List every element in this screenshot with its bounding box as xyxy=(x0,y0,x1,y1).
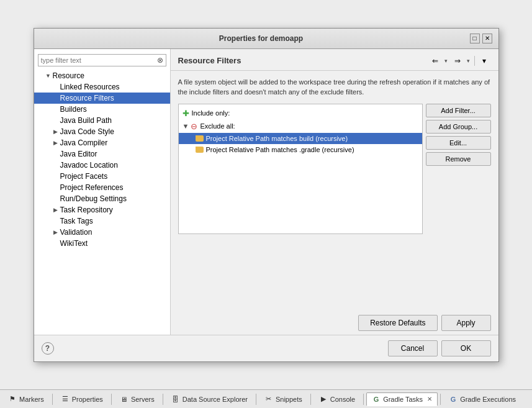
exclude-group-header[interactable]: ▼ ⊖ Exclude all: xyxy=(179,120,422,133)
footer-buttons: Cancel OK xyxy=(388,340,491,356)
panel-title: Resource Filters xyxy=(178,56,241,65)
properties-label: Properties xyxy=(72,396,103,403)
servers-icon: 🖥 xyxy=(120,395,128,404)
taskbar-div-4 xyxy=(256,394,256,405)
expand-arrow-resource: ▼ xyxy=(44,71,53,80)
sidebar-item-javadoc-location[interactable]: Javadoc Location xyxy=(34,160,170,171)
sidebar: ⊗ ▼ Resource Linked Resources Resource F… xyxy=(34,49,171,335)
taskbar: ⚑ Markers ☰ Properties 🖥 Servers 🗄 Data … xyxy=(0,389,532,408)
taskbar-div-5 xyxy=(310,394,311,405)
spacer-wiki xyxy=(52,239,60,248)
spacer-pr xyxy=(52,183,60,192)
sidebar-item-java-code-style[interactable]: ▶ Java Code Style xyxy=(34,126,170,137)
gradle-tasks-close-icon[interactable]: ✕ xyxy=(427,396,432,402)
nav-forward-dropdown[interactable]: ▾ xyxy=(466,54,472,68)
taskbar-div-2 xyxy=(111,394,112,405)
gradle-tasks-icon: G xyxy=(372,395,381,404)
markers-icon: ⚑ xyxy=(8,395,17,404)
add-group-button[interactable]: Add Group... xyxy=(426,120,491,134)
gradle-executions-icon: G xyxy=(449,395,458,404)
expand-arrow-tr: ▶ xyxy=(52,206,60,214)
spacer-rds xyxy=(52,194,60,203)
dialog-footer: ? Cancel OK xyxy=(34,335,498,361)
sidebar-item-resource-filters[interactable]: Resource Filters xyxy=(34,93,170,104)
exclude-triangle-icon: ▼ xyxy=(183,122,189,130)
sidebar-item-task-repository[interactable]: ▶ Task Repository xyxy=(34,204,170,215)
console-label: Console xyxy=(330,396,355,403)
sidebar-item-builders[interactable]: Builders xyxy=(34,104,170,115)
markers-label: Markers xyxy=(19,396,44,403)
filter-row-2-label: Project Relative Path matches .gradle (r… xyxy=(206,146,354,153)
include-group-header[interactable]: ✚ Include only: xyxy=(179,107,422,120)
filter-box: ⊗ xyxy=(38,54,166,66)
spacer-jbp xyxy=(52,116,60,125)
dialog-window-buttons: □ ✕ xyxy=(470,34,492,43)
expand-arrow-val: ▶ xyxy=(52,228,60,237)
panel-description: A file system object will be added to th… xyxy=(171,71,498,104)
panel-bottom-buttons: Restore Defaults Apply xyxy=(171,311,498,335)
taskbar-item-gradle-tasks[interactable]: G Gradle Tasks ✕ xyxy=(366,392,438,406)
remove-button[interactable]: Remove xyxy=(426,152,491,166)
filter-clear-button[interactable]: ⊗ xyxy=(155,55,166,66)
right-panel: Resource Filters ⇐ ▾ ⇒ ▾ ▾ A file system… xyxy=(171,49,498,335)
datasource-label: Data Source Explorer xyxy=(183,396,248,403)
add-filter-button[interactable]: Add Filter... xyxy=(426,104,491,117)
taskbar-div-6 xyxy=(363,394,364,405)
dialog-title: Properties for demoapp xyxy=(53,34,470,43)
expand-arrow-jcs: ▶ xyxy=(52,127,60,136)
spacer-pf xyxy=(52,172,60,181)
sidebar-item-task-tags[interactable]: Task Tags xyxy=(34,215,170,227)
sidebar-item-java-compiler[interactable]: ▶ Java Compiler xyxy=(34,137,170,148)
filter-row-build[interactable]: Project Relative Path matches build (rec… xyxy=(179,133,422,144)
include-plus-icon: ✚ xyxy=(183,109,189,118)
taskbar-item-gradle-executions[interactable]: G Gradle Executions xyxy=(443,392,521,406)
filter-row-1-label: Project Relative Path matches build (rec… xyxy=(206,135,348,142)
taskbar-item-properties[interactable]: ☰ Properties xyxy=(55,392,109,406)
taskbar-item-data-source[interactable]: 🗄 Data Source Explorer xyxy=(166,392,253,406)
spacer-rf xyxy=(52,94,60,102)
sidebar-item-project-facets[interactable]: Project Facets xyxy=(34,171,170,182)
nav-back-dropdown[interactable]: ▾ xyxy=(443,54,449,68)
ok-button[interactable]: OK xyxy=(441,340,491,356)
nav-back-button[interactable]: ⇐ xyxy=(428,54,442,68)
close-button[interactable]: ✕ xyxy=(482,34,492,43)
sidebar-item-project-references[interactable]: Project References xyxy=(34,182,170,193)
taskbar-item-markers[interactable]: ⚑ Markers xyxy=(2,392,50,406)
panel-toolbar: ⇐ ▾ ⇒ ▾ ▾ xyxy=(428,54,491,68)
filter-row-gradle[interactable]: Project Relative Path matches .gradle (r… xyxy=(179,144,422,155)
sidebar-item-resource[interactable]: ▼ Resource xyxy=(34,70,170,81)
taskbar-item-console[interactable]: ▶ Console xyxy=(313,392,361,406)
maximize-button[interactable]: □ xyxy=(470,34,480,43)
spacer-tt xyxy=(52,217,60,225)
console-icon: ▶ xyxy=(319,395,328,404)
filter-input[interactable] xyxy=(38,55,155,66)
folder-icon-row2 xyxy=(196,147,204,153)
folder-icon-row1 xyxy=(196,135,204,142)
panel-menu-button[interactable]: ▾ xyxy=(477,54,491,68)
restore-defaults-button[interactable]: Restore Defaults xyxy=(358,315,437,331)
snippets-label: Snippets xyxy=(276,396,302,403)
sidebar-item-validation[interactable]: ▶ Validation xyxy=(34,227,170,238)
sidebar-item-java-build-path[interactable]: Java Build Path xyxy=(34,115,170,126)
sidebar-item-wikitext[interactable]: WikiText xyxy=(34,238,170,249)
nav-forward-button[interactable]: ⇒ xyxy=(451,54,464,68)
spacer-linked xyxy=(52,83,60,91)
taskbar-div-7 xyxy=(440,394,441,405)
apply-button[interactable]: Apply xyxy=(441,315,491,331)
filters-section: ✚ Include only: ▼ ⊖ Exclude all: xyxy=(178,104,491,234)
sidebar-item-run-debug-settings[interactable]: Run/Debug Settings xyxy=(34,193,170,204)
properties-dialog: Properties for demoapp □ ✕ ⊗ ▼ Resource xyxy=(34,28,499,362)
cancel-button[interactable]: Cancel xyxy=(388,340,438,356)
taskbar-item-snippets[interactable]: ✂ Snippets xyxy=(259,392,308,406)
edit-button[interactable]: Edit... xyxy=(426,136,491,150)
sidebar-item-linked-resources[interactable]: Linked Resources xyxy=(34,81,170,93)
help-button[interactable]: ? xyxy=(42,342,54,355)
gradle-tasks-label: Gradle Tasks xyxy=(383,396,423,403)
toolbar-separator xyxy=(474,56,475,66)
dialog-background: Properties for demoapp □ ✕ ⊗ ▼ Resource xyxy=(0,0,532,389)
taskbar-item-servers[interactable]: 🖥 Servers xyxy=(114,392,160,406)
datasource-icon: 🗄 xyxy=(171,395,180,404)
sidebar-item-java-editor[interactable]: Java Editor xyxy=(34,148,170,160)
exclude-minus-icon: ⊖ xyxy=(191,122,197,131)
dialog-main: ⊗ ▼ Resource Linked Resources Resource F… xyxy=(34,49,498,335)
